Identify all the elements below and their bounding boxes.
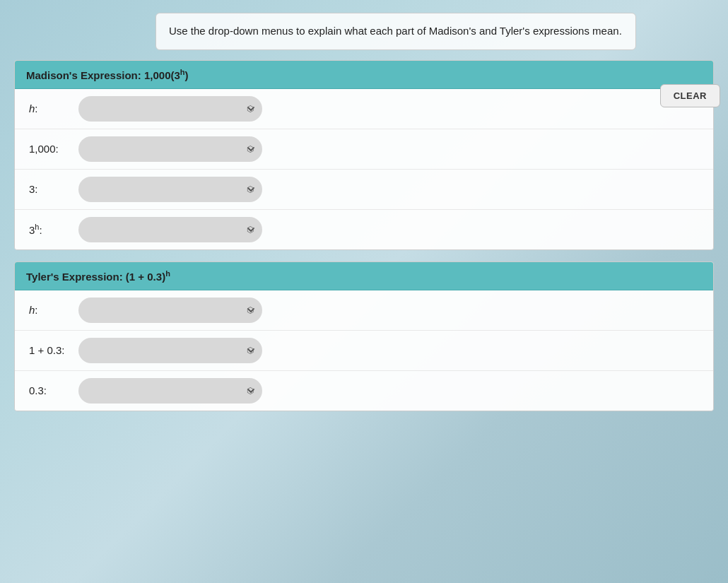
madison-h-dropdown-wrapper (78, 96, 262, 122)
madison-1000-label: 1,000: (29, 143, 78, 155)
tyler-h-dropdown-wrapper (78, 298, 262, 323)
chevron-icon (246, 144, 256, 154)
madison-3h-label: 3h: (29, 223, 78, 236)
chevron-icon (246, 346, 256, 355)
madison-3h-dropdown[interactable] (78, 217, 262, 242)
tyler-1plus03-dropdown-wrapper (78, 338, 262, 363)
chevron-icon (246, 104, 256, 114)
madison-h-label: h: (29, 102, 78, 114)
tyler-h-row: h: (15, 290, 713, 331)
madison-1000-chevron (240, 136, 262, 162)
tyler-03-dropdown-wrapper (78, 378, 262, 404)
madison-3h-dropdown-wrapper (78, 217, 262, 242)
madison-1000-dropdown-wrapper (78, 136, 262, 162)
tyler-body: h: 1 + 0.3: (15, 290, 713, 411)
chevron-icon (246, 305, 256, 315)
madison-h-chevron (240, 96, 262, 122)
clear-button[interactable]: CLEAR (660, 84, 720, 107)
madison-1000-row: 1,000: (15, 129, 713, 170)
tyler-h-chevron (240, 298, 262, 323)
madison-header-text: Madison's Expression: 1,000(3h) (26, 69, 189, 81)
tyler-header: Tyler's Expression: (1 + 0.3)h (15, 262, 713, 290)
madison-3-dropdown[interactable] (78, 177, 262, 202)
tyler-header-text: Tyler's Expression: (1 + 0.3)h (26, 271, 170, 283)
madison-header: Madison's Expression: 1,000(3h) (15, 61, 713, 89)
madison-3-label: 3: (29, 183, 78, 195)
tyler-1plus03-dropdown[interactable] (78, 338, 262, 363)
madison-3-dropdown-wrapper (78, 177, 262, 202)
tyler-1plus03-label: 1 + 0.3: (29, 344, 78, 356)
chevron-icon (246, 225, 256, 235)
tyler-1plus03-chevron (240, 338, 262, 363)
madison-3h-row: 3h: (15, 210, 713, 249)
madison-3-row: 3: (15, 170, 713, 210)
instruction-box: Use the drop-down menus to explain what … (155, 13, 636, 50)
tyler-h-dropdown[interactable] (78, 298, 262, 323)
instruction-text: Use the drop-down menus to explain what … (169, 25, 622, 37)
main-container: Use the drop-down menus to explain what … (0, 0, 728, 437)
madison-h-dropdown[interactable] (78, 96, 262, 122)
madison-3h-chevron (240, 217, 262, 242)
tyler-h-label: h: (29, 304, 78, 316)
chevron-icon (246, 386, 256, 396)
madison-1000-dropdown[interactable] (78, 136, 262, 162)
tyler-1plus03-row: 1 + 0.3: (15, 331, 713, 371)
tyler-03-chevron (240, 378, 262, 404)
tyler-03-row: 0.3: (15, 371, 713, 411)
tyler-03-label: 0.3: (29, 384, 78, 396)
chevron-icon (246, 184, 256, 194)
madison-section: Madison's Expression: 1,000(3h) h: (14, 60, 714, 250)
madison-h-row: h: (15, 89, 713, 129)
tyler-section: Tyler's Expression: (1 + 0.3)h h: (14, 261, 714, 411)
tyler-03-dropdown[interactable] (78, 378, 262, 404)
madison-body: h: 1,000: (15, 89, 713, 249)
madison-3-chevron (240, 177, 262, 202)
